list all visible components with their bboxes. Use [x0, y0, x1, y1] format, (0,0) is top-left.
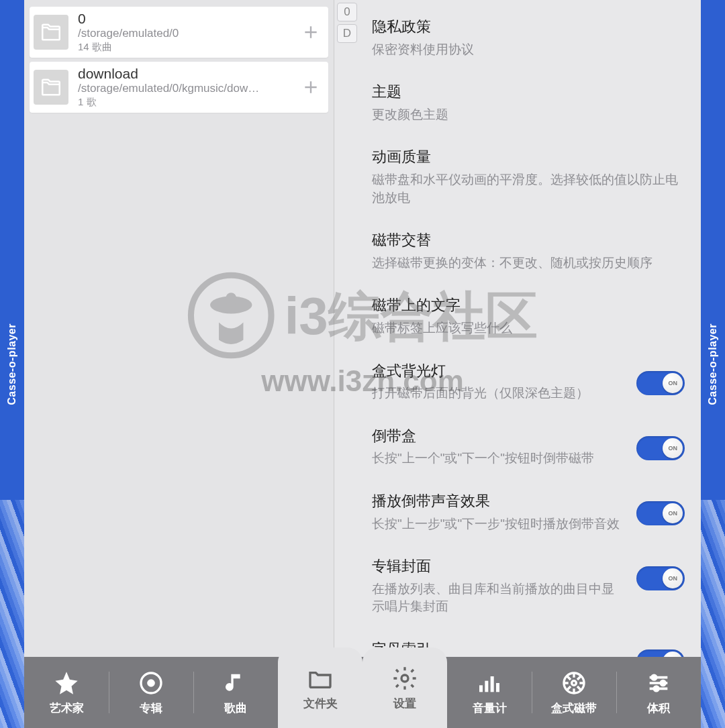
tab-label: 专辑 — [140, 700, 162, 716]
star-icon — [53, 670, 80, 696]
folder-panel: 0 /storage/emulated/0 14 歌曲 download /st… — [24, 0, 334, 657]
tab-label: 体积 — [647, 700, 670, 716]
setting-title: 播放倒带声音效果 — [372, 492, 624, 511]
folder-count: 1 歌 — [78, 95, 291, 109]
toggle-switch[interactable]: ON — [636, 566, 685, 590]
setting-item[interactable]: 隐私政策保密资料使用协议 — [372, 5, 685, 70]
setting-item[interactable]: 磁带上的文字磁带标签上应该写些什么 — [372, 284, 685, 349]
tab-label: 设置 — [393, 696, 416, 711]
bottom-tabbar: 艺术家专辑歌曲文件夹设置音量计盒式磁带体积 — [24, 657, 701, 728]
svg-point-10 — [661, 680, 665, 685]
setting-title: 盒式背光灯 — [372, 362, 624, 381]
svg-point-8 — [572, 680, 577, 685]
setting-item[interactable]: 盒式背光灯打开磁带后面的背光（仅限深色主题）ON — [372, 350, 685, 415]
tab-cassette[interactable]: 盒式磁带 — [532, 657, 616, 728]
folder-title: 0 — [78, 11, 291, 26]
tab-folder[interactable]: 文件夹 — [278, 647, 362, 728]
tab-settings[interactable]: 设置 — [362, 647, 447, 728]
setting-title: 专辑封面 — [372, 557, 624, 576]
folder-path: /storage/emulated/0 — [78, 26, 286, 40]
setting-item[interactable]: 倒带盒长按"上一个"或"下一个"按钮时倒带磁带ON — [372, 415, 685, 480]
setting-description: 选择磁带更换的变体：不更改、随机或按历史顺序 — [372, 254, 685, 272]
disc-icon — [138, 670, 164, 696]
tab-vu[interactable]: 音量计 — [447, 657, 532, 728]
setting-title: 主题 — [372, 83, 685, 102]
setting-title: 磁带交替 — [372, 231, 685, 250]
svg-rect-6 — [496, 683, 499, 692]
sliders-icon — [645, 670, 672, 696]
tab-volume[interactable]: 体积 — [616, 657, 701, 728]
eq-icon — [476, 670, 503, 696]
setting-title: 倒带盒 — [372, 427, 624, 446]
setting-item[interactable]: 磁带交替选择磁带更换的变体：不更改、随机或按历史顺序 — [372, 219, 685, 284]
index-chip[interactable]: 0 — [337, 3, 357, 21]
setting-item[interactable]: 播放倒带声音效果长按"上一步"或"下一步"按钮时播放倒带音效ON — [372, 480, 685, 545]
tab-label: 音量计 — [473, 700, 507, 716]
setting-title: 动画质量 — [372, 148, 685, 167]
tab-song[interactable]: 歌曲 — [193, 657, 278, 728]
folder-title: download — [78, 66, 291, 81]
toggle-switch[interactable]: ON — [636, 436, 685, 460]
setting-item[interactable]: 主题更改颜色主题 — [372, 70, 685, 136]
svg-point-9 — [652, 675, 657, 680]
folder-path: /storage/emulated/0/kgmusic/dow… — [78, 81, 286, 95]
folder-item[interactable]: download /storage/emulated/0/kgmusic/dow… — [30, 62, 328, 113]
tab-label: 艺术家 — [50, 700, 84, 716]
setting-description: 长按"上一步"或"下一步"按钮时播放倒带音效 — [372, 515, 624, 533]
tab-label: 盒式磁带 — [551, 700, 597, 716]
alpha-index-rail: 0 D — [334, 0, 360, 657]
side-strip-left: Casse-o-player — [0, 0, 24, 728]
tab-album[interactable]: 专辑 — [109, 657, 193, 728]
reel-icon — [561, 670, 587, 696]
svg-rect-4 — [485, 680, 488, 692]
settings-panel: 0 D 隐私政策保密资料使用协议主题更改颜色主题动画质量磁带盘和水平仪动画的平滑… — [334, 0, 701, 657]
svg-point-11 — [654, 686, 659, 691]
index-chip[interactable]: D — [337, 24, 357, 43]
setting-description: 磁带标签上应该写些什么 — [372, 319, 685, 337]
tab-label: 歌曲 — [224, 700, 247, 716]
setting-title: 磁带上的文字 — [372, 296, 685, 315]
toggle-switch[interactable]: ON — [636, 371, 685, 395]
setting-title: 隐私政策 — [372, 17, 685, 37]
app-name-right: Casse-o-player — [707, 323, 719, 405]
tab-artist[interactable]: 艺术家 — [24, 657, 109, 728]
toggle-switch[interactable]: ON — [636, 649, 685, 657]
tab-label: 文件夹 — [303, 696, 338, 711]
folder-open-icon — [34, 70, 68, 105]
add-folder-button[interactable] — [300, 76, 322, 98]
svg-rect-5 — [491, 676, 494, 692]
folder-count: 14 歌曲 — [78, 40, 291, 54]
setting-description: 在播放列表、曲目库和当前播放的曲目中显示唱片集封面 — [372, 580, 624, 616]
svg-point-1 — [148, 680, 154, 685]
add-folder-button[interactable] — [300, 21, 322, 43]
svg-point-2 — [401, 675, 408, 682]
setting-item[interactable]: 动画质量磁带盘和水平仪动画的平滑度。选择较低的值以防止电池放电 — [372, 136, 685, 219]
setting-item[interactable]: 专辑封面在播放列表、曲目库和当前播放的曲目中显示唱片集封面ON — [372, 545, 685, 628]
note-icon — [222, 670, 249, 696]
folder-open-icon — [34, 15, 68, 50]
toggle-switch[interactable]: ON — [636, 501, 685, 525]
side-strip-right: Casse-o-player — [701, 0, 725, 728]
gear-icon — [391, 665, 418, 692]
setting-description: 长按"上一个"或"下一个"按钮时倒带磁带 — [372, 450, 624, 468]
setting-description: 更改颜色主题 — [372, 106, 685, 124]
svg-rect-3 — [479, 685, 483, 692]
setting-description: 打开磁带后面的背光（仅限深色主题） — [372, 384, 624, 403]
folder-icon — [307, 665, 334, 692]
app-name-left: Casse-o-player — [6, 323, 18, 405]
setting-description: 保密资料使用协议 — [372, 41, 685, 59]
folder-item[interactable]: 0 /storage/emulated/0 14 歌曲 — [30, 7, 328, 58]
setting-description: 磁带盘和水平仪动画的平滑度。选择较低的值以防止电池放电 — [372, 171, 685, 207]
